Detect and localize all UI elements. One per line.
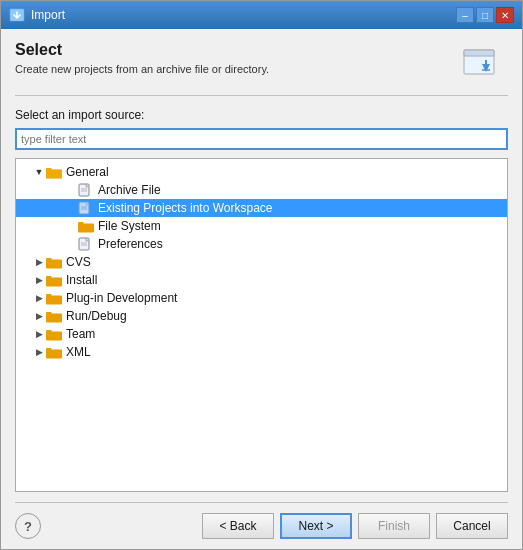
tree-item-install-label: Install xyxy=(66,273,97,287)
expand-arrow-run: ▶ xyxy=(32,309,46,323)
tree-item-cvs[interactable]: ▶ CVS xyxy=(16,253,507,271)
help-button[interactable]: ? xyxy=(15,513,41,539)
close-button[interactable]: ✕ xyxy=(496,7,514,23)
navigation-buttons: < Back Next > Finish Cancel xyxy=(202,513,508,539)
svg-rect-2 xyxy=(464,50,494,56)
tree-item-install[interactable]: ▶ Install xyxy=(16,271,507,289)
folder-icon-xml xyxy=(46,345,62,359)
dialog-title: Select xyxy=(15,41,460,59)
expand-arrow-general: ▼ xyxy=(32,165,46,179)
tree-item-archive-file[interactable]: ▶ Archive File xyxy=(16,181,507,199)
file-icon-archive xyxy=(78,183,94,197)
maximize-button[interactable]: □ xyxy=(476,7,494,23)
folder-icon-plugin xyxy=(46,291,62,305)
folder-icon-fs xyxy=(78,219,94,233)
tree-item-general[interactable]: ▼ General xyxy=(16,163,507,181)
dialog-content: Select Create new projects from an archi… xyxy=(1,29,522,549)
tree-item-cvs-label: CVS xyxy=(66,255,91,269)
import-icon xyxy=(462,42,506,80)
expand-arrow-plugin: ▶ xyxy=(32,291,46,305)
header-divider xyxy=(15,95,508,96)
header-icon xyxy=(460,41,508,81)
tree-item-archive-label: Archive File xyxy=(98,183,161,197)
dialog-description: Create new projects from an archive file… xyxy=(15,63,460,75)
expand-arrow-install: ▶ xyxy=(32,273,46,287)
back-button[interactable]: < Back xyxy=(202,513,274,539)
folder-icon-team xyxy=(46,327,62,341)
title-bar-left: Import xyxy=(9,7,65,23)
tree-item-xml[interactable]: ▶ XML xyxy=(16,343,507,361)
tree-item-plugin-label: Plug-in Development xyxy=(66,291,177,305)
tree-item-existing-projects[interactable]: ▶ Existing Projects into Workspace xyxy=(16,199,507,217)
tree-item-existing-label: Existing Projects into Workspace xyxy=(98,201,273,215)
footer-divider xyxy=(15,502,508,503)
cancel-button[interactable]: Cancel xyxy=(436,513,508,539)
title-controls: – □ ✕ xyxy=(456,7,514,23)
button-row: ? < Back Next > Finish Cancel xyxy=(15,513,508,539)
file-icon-existing xyxy=(78,201,94,215)
folder-icon-install xyxy=(46,273,62,287)
import-window: Import – □ ✕ Select Create new projects … xyxy=(0,0,523,550)
source-label: Select an import source: xyxy=(15,108,508,122)
tree-item-team-label: Team xyxy=(66,327,95,341)
next-button[interactable]: Next > xyxy=(280,513,352,539)
tree-item-team[interactable]: ▶ Team xyxy=(16,325,507,343)
folder-icon-cvs xyxy=(46,255,62,269)
header-text: Select Create new projects from an archi… xyxy=(15,41,460,75)
tree-item-run-debug[interactable]: ▶ Run/Debug xyxy=(16,307,507,325)
tree-item-fs-label: File System xyxy=(98,219,161,233)
tree-item-run-label: Run/Debug xyxy=(66,309,127,323)
tree-item-pref-label: Preferences xyxy=(98,237,163,251)
tree-item-preferences[interactable]: ▶ Preferences xyxy=(16,235,507,253)
tree-item-general-label: General xyxy=(66,165,109,179)
file-icon-pref xyxy=(78,237,94,251)
expand-arrow-cvs: ▶ xyxy=(32,255,46,269)
finish-button[interactable]: Finish xyxy=(358,513,430,539)
tree-item-plugin-dev[interactable]: ▶ Plug-in Development xyxy=(16,289,507,307)
expand-arrow-team: ▶ xyxy=(32,327,46,341)
folder-icon-general xyxy=(46,165,62,179)
minimize-button[interactable]: – xyxy=(456,7,474,23)
folder-icon-run xyxy=(46,309,62,323)
expand-arrow-xml: ▶ xyxy=(32,345,46,359)
footer-section: ? < Back Next > Finish Cancel xyxy=(15,502,508,539)
tree-item-xml-label: XML xyxy=(66,345,91,359)
filter-input[interactable] xyxy=(15,128,508,150)
title-bar: Import – □ ✕ xyxy=(1,1,522,29)
tree-item-file-system[interactable]: ▶ File System xyxy=(16,217,507,235)
header-section: Select Create new projects from an archi… xyxy=(15,41,508,81)
window-title: Import xyxy=(31,8,65,22)
tree-container[interactable]: ▼ General ▶ xyxy=(15,158,508,492)
window-icon xyxy=(9,7,25,23)
